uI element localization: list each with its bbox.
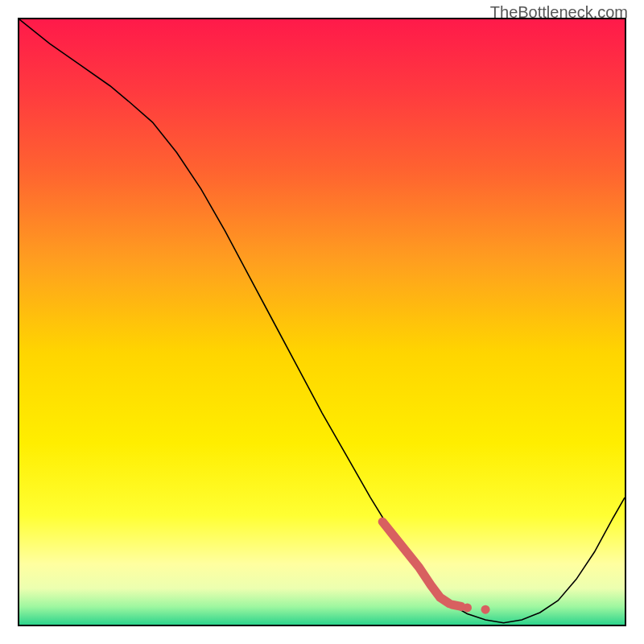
main-curve <box>19 19 625 623</box>
chart-plot-area <box>18 18 626 626</box>
highlight-segment <box>382 522 449 604</box>
dash-1 <box>452 605 461 606</box>
watermark-text: TheBottleneck.com <box>490 3 628 22</box>
dot-2 <box>481 605 490 614</box>
chart-lines <box>19 19 625 625</box>
